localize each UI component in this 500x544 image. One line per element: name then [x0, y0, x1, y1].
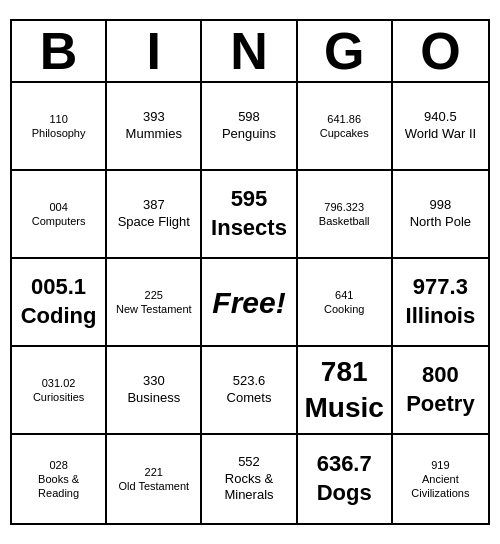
bingo-cell: 004 Computers [12, 171, 107, 259]
cell-text: 641.86 Cupcakes [320, 112, 369, 141]
cell-text: 523.6 Comets [227, 373, 272, 407]
cell-text: 028 Books & Reading [38, 458, 79, 501]
bingo-letter: O [393, 21, 488, 81]
bingo-cell: Free! [202, 259, 297, 347]
cell-text: 005.1 Coding [21, 273, 97, 330]
bingo-cell: 977.3 Illinois [393, 259, 488, 347]
cell-text: 330 Business [127, 373, 180, 407]
bingo-cell: 393 Mummies [107, 83, 202, 171]
cell-text: 977.3 Illinois [406, 273, 476, 330]
cell-text: 781 Music [305, 354, 384, 427]
cell-text: 636.7 Dogs [317, 450, 372, 507]
cell-text: Free! [212, 283, 285, 322]
bingo-letter: I [107, 21, 202, 81]
bingo-cell: 598 Penguins [202, 83, 297, 171]
bingo-cell: 595 Insects [202, 171, 297, 259]
cell-text: 800 Poetry [406, 361, 474, 418]
cell-text: 225 New Testament [116, 288, 192, 317]
bingo-letter: G [298, 21, 393, 81]
cell-text: 110 Philosophy [32, 112, 86, 141]
bingo-cell: 330 Business [107, 347, 202, 435]
bingo-cell: 781 Music [298, 347, 393, 435]
bingo-letter: N [202, 21, 297, 81]
cell-text: 387 Space Flight [118, 197, 190, 231]
bingo-cell: 636.7 Dogs [298, 435, 393, 523]
cell-text: 940.5 World War II [405, 109, 477, 143]
cell-text: 641 Cooking [324, 288, 364, 317]
cell-text: 031.02 Curiosities [33, 376, 84, 405]
bingo-cell: 641.86 Cupcakes [298, 83, 393, 171]
cell-text: 004 Computers [32, 200, 86, 229]
cell-text: 595 Insects [211, 185, 287, 242]
bingo-cell: 641 Cooking [298, 259, 393, 347]
bingo-grid: 110 Philosophy393 Mummies598 Penguins641… [12, 83, 488, 523]
bingo-cell: 005.1 Coding [12, 259, 107, 347]
bingo-card: BINGO 110 Philosophy393 Mummies598 Pengu… [10, 19, 490, 525]
bingo-cell: 800 Poetry [393, 347, 488, 435]
bingo-cell: 387 Space Flight [107, 171, 202, 259]
bingo-cell: 523.6 Comets [202, 347, 297, 435]
cell-text: 998 North Pole [410, 197, 471, 231]
bingo-cell: 221 Old Testament [107, 435, 202, 523]
cell-text: 919 Ancient Civilizations [397, 458, 484, 501]
bingo-cell: 110 Philosophy [12, 83, 107, 171]
cell-text: 598 Penguins [222, 109, 276, 143]
bingo-cell: 998 North Pole [393, 171, 488, 259]
cell-text: 393 Mummies [126, 109, 182, 143]
bingo-cell: 552 Rocks & Minerals [202, 435, 297, 523]
bingo-cell: 919 Ancient Civilizations [393, 435, 488, 523]
bingo-header: BINGO [12, 21, 488, 83]
bingo-cell: 225 New Testament [107, 259, 202, 347]
cell-text: 796.323 Basketball [319, 200, 370, 229]
bingo-cell: 796.323 Basketball [298, 171, 393, 259]
bingo-cell: 028 Books & Reading [12, 435, 107, 523]
bingo-cell: 940.5 World War II [393, 83, 488, 171]
bingo-letter: B [12, 21, 107, 81]
bingo-cell: 031.02 Curiosities [12, 347, 107, 435]
cell-text: 552 Rocks & Minerals [224, 454, 273, 505]
cell-text: 221 Old Testament [118, 465, 189, 494]
